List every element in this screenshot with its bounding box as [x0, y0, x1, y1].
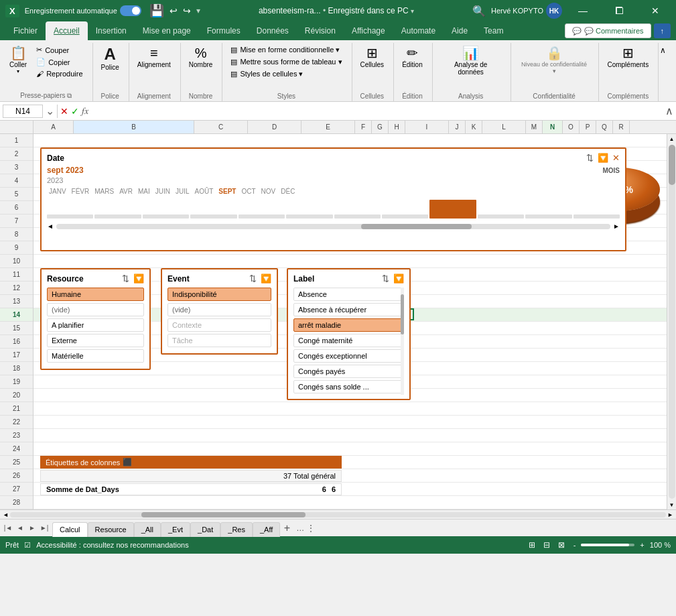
scroll-up-btn[interactable]: ▲ [667, 134, 677, 143]
analyse-button[interactable]: 📊 Analyse de données [437, 44, 505, 78]
month-juin[interactable]: JUIN [153, 187, 172, 196]
sheet-nav-next[interactable]: ► [27, 523, 38, 534]
tab-automate[interactable]: Automate [393, 21, 444, 40]
event-item-vide[interactable]: (vide) [167, 303, 271, 316]
row-header-13[interactable]: 13 [0, 295, 33, 308]
month-janv[interactable]: JANV [47, 187, 68, 196]
h-scroll-left-btn[interactable]: ◄ [3, 511, 9, 518]
row-header-12[interactable]: 12 [0, 282, 33, 295]
search-icon[interactable]: 🔍 [472, 5, 486, 17]
date-close-icon[interactable]: ✕ [612, 153, 620, 163]
label-item-conges-payes[interactable]: Congés payés [293, 365, 404, 378]
sheet-tab-calcul[interactable]: Calcul [52, 522, 88, 537]
zoom-level[interactable]: 100 % [650, 541, 671, 549]
horizontal-scrollbar[interactable]: ◄ ► [0, 509, 676, 519]
autosave-toggle[interactable] [120, 5, 141, 16]
row-header-24[interactable]: 24 [0, 442, 33, 456]
month-avr[interactable]: AVR [117, 187, 135, 196]
label-item-absence-recuperer[interactable]: Absence à récupérer [293, 303, 404, 316]
sheet-add-button[interactable]: + [280, 521, 293, 535]
comments-button[interactable]: 💬 💬 Commentaires [565, 23, 651, 38]
row-header-28[interactable]: 28 [0, 496, 33, 509]
tab-insertion[interactable]: Insertion [88, 21, 135, 40]
etiquettes-dropdown-icon[interactable]: ⬛ [123, 458, 132, 467]
col-m[interactable]: M [526, 121, 543, 133]
tab-aide[interactable]: Aide [444, 21, 476, 40]
sheet-more-icon[interactable]: … [296, 523, 304, 533]
date-sort-icon[interactable]: ⇅ [586, 153, 594, 163]
event-sort-icon[interactable]: ⇅ [249, 273, 257, 284]
quick-access-more[interactable]: ▾ [196, 6, 200, 15]
col-o[interactable]: O [563, 121, 580, 133]
cancel-formula-icon[interactable]: ✕ [60, 106, 68, 117]
ribbon-expand[interactable]: ∧ [660, 43, 673, 101]
confirm-formula-icon[interactable]: ✓ [71, 106, 79, 117]
expand-icon[interactable]: ⌄ [46, 105, 54, 117]
tab-donnees[interactable]: Données [249, 21, 297, 40]
couper-button[interactable]: ✂ Couper [32, 44, 86, 56]
alignement-button[interactable]: ≡ Alignement [133, 44, 175, 70]
month-dec[interactable]: DÉC [279, 187, 297, 196]
month-oct[interactable]: OCT [239, 187, 257, 196]
close-button[interactable]: ✕ [640, 0, 671, 21]
label-item-arret-maladie[interactable]: arrêt maladie [293, 318, 404, 332]
resource-item-planifier[interactable]: A planifier [47, 318, 144, 332]
scroll-left-icon[interactable]: ◄ [47, 223, 54, 230]
user-avatar[interactable]: HK [546, 3, 562, 19]
resource-item-externe[interactable]: Externe [47, 334, 144, 347]
col-d[interactable]: D [248, 121, 301, 133]
coller-button[interactable]: 📋 Coller ▾ [5, 44, 31, 76]
tab-formules[interactable]: Formules [199, 21, 249, 40]
row-header-6[interactable]: 6 [0, 201, 33, 214]
tab-affichage[interactable]: Affichage [344, 21, 393, 40]
event-item-tache[interactable]: Tâche [167, 334, 271, 347]
col-h[interactable]: H [389, 121, 405, 133]
label-item-conges-exceptionnel[interactable]: Congés exceptionnel [293, 349, 404, 363]
row-header-1[interactable]: 1 [0, 134, 33, 147]
row-header-20[interactable]: 20 [0, 389, 33, 402]
copier-button[interactable]: 📄 Copier [32, 56, 86, 68]
sheet-tab-evt[interactable]: _Evt [161, 522, 190, 537]
tab-accueil[interactable]: Accueil [46, 21, 88, 40]
confidentialite-button[interactable]: 🔒 Niveau de confidentialité ▾ [515, 44, 594, 76]
nombre-button[interactable]: % Nombre [185, 44, 217, 70]
minimize-button[interactable]: — [567, 0, 598, 21]
sheet-nav-prev[interactable]: ◄ [15, 523, 25, 534]
tab-team[interactable]: Team [476, 21, 511, 40]
event-item-contexte[interactable]: Contexte [167, 318, 271, 332]
label-sort-icon[interactable]: ⇅ [382, 273, 389, 284]
sheet-tab-all[interactable]: _All [134, 522, 161, 537]
tab-mise-en-page[interactable]: Mise en page [135, 21, 199, 40]
v-scroll-track[interactable] [669, 145, 675, 499]
sheet-nav-first[interactable]: |◄ [3, 523, 13, 534]
col-a[interactable]: A [33, 121, 74, 133]
sheet-tab-resource[interactable]: Resource [88, 522, 134, 537]
zoom-minus-btn[interactable]: - [573, 541, 576, 549]
cell-reference[interactable] [3, 105, 43, 118]
resource-item-materielle[interactable]: Matérielle [47, 349, 144, 363]
col-g[interactable]: G [372, 121, 389, 133]
label-scrollbar-track[interactable] [401, 288, 404, 395]
label-item-conge-maternite[interactable]: Congé maternité [293, 334, 404, 347]
month-mars[interactable]: MARS [92, 187, 116, 196]
month-fevr[interactable]: FÉVR [70, 187, 92, 196]
resource-sort-icon[interactable]: ⇅ [122, 273, 129, 284]
edition-button[interactable]: ✏ Édition [398, 44, 427, 70]
sheet-tab-res[interactable]: _Res [220, 522, 253, 537]
month-mai[interactable]: MAI [136, 187, 152, 196]
h-scroll-right-btn[interactable]: ► [667, 511, 673, 518]
formula-expand-icon[interactable]: ∧ [665, 105, 673, 117]
zoom-plus-btn[interactable]: + [640, 541, 644, 549]
row-header-2[interactable]: 2 [0, 147, 33, 161]
row-header-22[interactable]: 22 [0, 416, 33, 429]
tab-revision[interactable]: Révision [297, 21, 344, 40]
redo-icon[interactable]: ↪ [183, 5, 191, 16]
row-header-23[interactable]: 23 [0, 429, 33, 442]
row-header-4[interactable]: 4 [0, 174, 33, 188]
resource-item-vide[interactable]: (vide) [47, 303, 144, 316]
normal-view-btn[interactable]: ⊞ [525, 539, 539, 551]
insert-function-icon[interactable]: 𝑓𝑥 [82, 105, 88, 117]
accessibility-icon[interactable]: ☑ [24, 541, 31, 550]
row-header-15[interactable]: 15 [0, 322, 33, 335]
row-header-18[interactable]: 18 [0, 362, 33, 375]
